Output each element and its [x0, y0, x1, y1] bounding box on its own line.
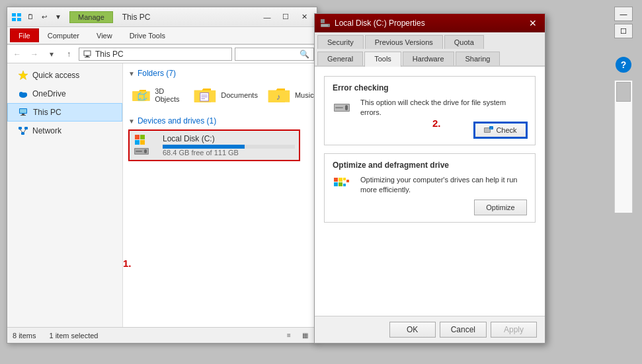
tab-security[interactable]: Security [317, 35, 364, 49]
tab-drive-tools[interactable]: Drive Tools [121, 28, 174, 42]
drive-info-c: Local Disk (C:) 68.4 GB free of 111 GB [163, 134, 295, 157]
sidebar-item-network[interactable]: Network [7, 122, 122, 140]
back-button[interactable]: ← [10, 47, 24, 61]
optimize-description: Optimizing your computer's drives can he… [360, 175, 527, 196]
undo-btn[interactable]: ↩ [38, 11, 50, 23]
tab-general[interactable]: General [317, 52, 363, 65]
svg-point-9 [19, 92, 23, 96]
drive-item-c[interactable]: Local Disk (C:) 68.4 GB free of 111 GB [128, 129, 300, 161]
tab-previous-versions[interactable]: Previous Versions [365, 35, 443, 49]
ribbon-tabs: File Computer View Drive Tools [7, 27, 317, 44]
tab-file[interactable]: File [10, 28, 39, 42]
ok-button[interactable]: OK [389, 322, 436, 338]
tab-hardware[interactable]: Hardware [403, 52, 454, 65]
error-checking-section: Error checking This option will check th… [324, 76, 536, 145]
forward-button[interactable]: → [27, 47, 42, 61]
dropdown-btn[interactable]: ▼ [52, 11, 64, 23]
drive-space-c: 68.4 GB free of 111 GB [163, 149, 295, 157]
drives-section-header: ▼ Devices and drives (1) [128, 116, 311, 126]
address-path[interactable]: This PC [79, 48, 232, 61]
folder-item-music[interactable]: ♪ Music [264, 82, 317, 108]
drive-name-c: Local Disk (C:) [163, 134, 295, 143]
step2-label: 2. [432, 118, 441, 129]
svg-line-18 [20, 129, 22, 132]
manage-ribbon-tab[interactable]: Manage [69, 11, 113, 23]
network-icon [18, 126, 28, 136]
explorer-title-text: This PC [116, 13, 157, 22]
dialog-title-bar: Local Disk (C:) Properties ✕ [315, 14, 545, 32]
cloud-icon [18, 89, 28, 99]
sidebar-item-quick-access[interactable]: Quick access [7, 66, 122, 85]
svg-rect-1 [17, 13, 21, 17]
drive-icon-c [134, 133, 157, 157]
svg-rect-51 [339, 178, 342, 182]
help-button[interactable]: ? [616, 57, 631, 73]
up-button[interactable]: ↑ [61, 47, 76, 61]
address-bar: ← → ▾ ↑ This PC 🔍 [7, 45, 317, 63]
check-button-label: Check [496, 126, 516, 134]
explorer-window: 🗒 ↩ ▼ Manage This PC — ☐ ✕ File Computer… [7, 7, 317, 344]
details-view-btn[interactable]: ≡ [282, 330, 296, 341]
tab-quota[interactable]: Quota [444, 35, 484, 49]
folders-grid: 3D Objects Documents [128, 82, 311, 108]
svg-rect-39 [321, 19, 325, 23]
dialog-close-button[interactable]: ✕ [526, 17, 540, 29]
folder-icon-3dobjects [132, 85, 151, 105]
explorer-body: Quick access OneDrive [7, 63, 317, 327]
star-icon [18, 70, 28, 81]
folders-chevron-icon[interactable]: ▼ [128, 70, 135, 77]
folder-item-documents[interactable]: Documents [190, 82, 261, 108]
status-items-count: 8 items [13, 332, 36, 340]
close-button-explorer[interactable]: ✕ [296, 11, 313, 24]
optimize-section: Optimize and defragment drive Optimizing [324, 153, 536, 223]
svg-rect-3 [17, 18, 21, 21]
svg-rect-41 [321, 24, 328, 26]
drives-chevron-icon[interactable]: ▼ [128, 118, 135, 125]
svg-rect-17 [21, 132, 24, 135]
quick-access-toolbar: 🗒 ↩ ▼ [24, 11, 64, 23]
svg-rect-14 [20, 115, 26, 116]
cancel-button[interactable]: Cancel [440, 322, 487, 338]
maximize-button[interactable]: ☐ [277, 11, 294, 24]
check-button[interactable]: ✓ Check [474, 122, 527, 138]
status-right: ≡ ▦ [282, 330, 311, 341]
svg-marker-7 [19, 71, 28, 80]
minimize-button[interactable]: — [259, 11, 276, 24]
folder-label-3dobjects: 3D Objects [155, 87, 184, 103]
svg-rect-0 [12, 13, 16, 17]
right-maximize-btn[interactable]: ☐ [614, 24, 633, 38]
dialog-tab-row-2: General Tools Hardware Sharing [315, 49, 545, 65]
folder-item-3dobjects[interactable]: 3D Objects [128, 82, 187, 108]
optimize-btn-area: Optimize [333, 200, 527, 215]
svg-rect-34 [140, 140, 145, 145]
sidebar-item-this-pc[interactable]: This PC [7, 103, 122, 122]
apply-button[interactable]: Apply [491, 322, 537, 338]
svg-rect-50 [334, 178, 338, 182]
dialog-content: Error checking This option will check th… [315, 67, 545, 316]
tab-sharing[interactable]: Sharing [456, 52, 501, 65]
explorer-window-icon [11, 12, 22, 22]
right-minimize-btn[interactable]: — [614, 7, 633, 21]
folders-section-title: Folders (7) [138, 69, 176, 78]
scrollbar-thumb[interactable] [616, 82, 631, 102]
optimize-button[interactable]: Optimize [474, 200, 527, 215]
svg-text:♪: ♪ [276, 92, 280, 102]
svg-rect-52 [334, 182, 338, 186]
tab-view[interactable]: View [88, 28, 121, 42]
svg-rect-32 [140, 135, 145, 139]
vertical-scrollbar[interactable] [614, 81, 633, 213]
sidebar-item-onedrive[interactable]: OneDrive [7, 85, 122, 103]
tab-computer[interactable]: Computer [39, 28, 88, 42]
properties-btn[interactable]: 🗒 [24, 11, 36, 23]
search-box[interactable]: 🔍 [235, 48, 314, 61]
error-checking-title: Error checking [333, 83, 527, 92]
large-icons-view-btn[interactable]: ▦ [298, 330, 311, 341]
recent-button[interactable]: ▾ [44, 47, 59, 61]
tab-tools[interactable]: Tools [364, 52, 401, 67]
svg-rect-45 [335, 107, 343, 108]
disk-check-icon [333, 98, 354, 116]
address-text: This PC [95, 50, 124, 59]
step1-label: 1. [123, 258, 132, 269]
right-side-panel: — ☐ ? [612, 7, 635, 213]
folder-label-music: Music [295, 91, 314, 99]
